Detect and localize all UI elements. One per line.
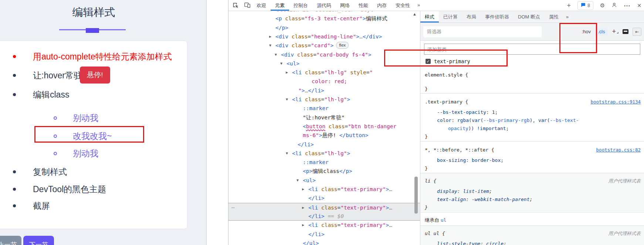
elements-tree-row[interactable]: ▼<li class="lh-lg"> <box>228 149 420 158</box>
style-rule-line[interactable]: ul ul {用户代理样式表 <box>420 230 644 237</box>
list-item-text: 复制样式 <box>33 166 67 178</box>
elements-tree-row[interactable]: ::marker <box>228 158 420 167</box>
style-rule-line[interactable]: li {用户代理样式表 <box>420 177 644 185</box>
styles-tab-已计算[interactable]: 已计算 <box>439 11 462 23</box>
style-rule-line[interactable]: } <box>420 85 644 93</box>
style-rule-line[interactable]: color: rgba(var(--bs-primary-rgb), var(-… <box>420 117 644 124</box>
style-rule-line[interactable]: 继承自 ul <box>420 217 644 224</box>
elements-tree-row[interactable]: ▶<li class="text-primary">… <box>228 185 420 194</box>
close-devtools-icon[interactable]: ✕ <box>637 3 641 8</box>
elements-tree-row[interactable]: ms-6">悬停! </button> <box>228 131 420 140</box>
styles-tab-样式[interactable]: 样式 <box>420 11 439 23</box>
new-rule-dropdown-triangle <box>617 32 618 34</box>
devtools-tab-性能[interactable]: 性能 <box>354 0 373 11</box>
collapse-arrow-icon[interactable]: ▼ <box>280 59 282 68</box>
style-rule-line[interactable]: display: list-item; <box>420 188 644 195</box>
elements-tree-row[interactable]: ::marker <box>228 104 420 113</box>
elements-tree-row[interactable]: ▶<div class="heading-line">…</div> <box>228 32 420 41</box>
collapse-arrow-icon[interactable]: ▼ <box>286 149 288 158</box>
collapse-arrow-icon[interactable]: ▼ <box>275 50 277 59</box>
elements-scrollbar-thumb[interactable] <box>414 177 418 214</box>
styles-tab-布局[interactable]: 布局 <box>462 11 481 23</box>
expand-arrow-icon[interactable]: ▶ <box>286 68 288 77</box>
style-rule-line[interactable]: } <box>420 133 644 140</box>
rendering-emulation-icon[interactable] <box>623 29 628 34</box>
style-rule-line[interactable]: } <box>420 204 644 211</box>
devtools-tab-控制台[interactable]: 控制台 <box>289 0 312 11</box>
style-rule-line[interactable]: opacity)) !important; <box>420 125 644 132</box>
elements-tree-row[interactable]: <button class="btn btn-danger <box>228 122 420 131</box>
elements-tree-row[interactable]: section id="section_four" styl <box>228 11 420 14</box>
elements-tree-row[interactable]: ▶<li class="lh-lg" style=" <box>228 68 420 77</box>
computed-sidebar-toggle-icon[interactable]: ⇤ <box>633 28 641 36</box>
elements-tree-row[interactable]: color: red; <box>228 77 420 86</box>
more-tabs-chevron[interactable]: » <box>414 0 423 11</box>
style-rule-line[interactable]: element.style { <box>420 71 644 79</box>
elements-tree-row[interactable]: </li> <box>228 230 420 239</box>
elements-tree-row[interactable]: ▼<li class="lh-lg"> <box>228 95 420 104</box>
devtools-toolbar-right: + 8 ⚙ ⋯ ✕ <box>567 0 641 11</box>
user-icon[interactable] <box>611 2 617 9</box>
hover-demo-button[interactable]: 悬停! <box>80 67 110 84</box>
collapse-arrow-icon[interactable]: ▼ <box>286 95 288 104</box>
inspect-element-icon[interactable] <box>232 2 239 8</box>
next-section-button[interactable]: 下一节 <box>23 236 54 245</box>
elements-tree-row[interactable]: ▼<div class="card">flex <box>228 41 420 50</box>
sub-list-item[interactable]: 别动我 <box>0 148 187 159</box>
rule-divider <box>420 93 644 93</box>
sub-list-item[interactable]: 别动我 <box>0 112 187 123</box>
elements-tree-row[interactable]: ">…</li> <box>228 86 420 95</box>
style-rule-line[interactable]: --bs-text-opacity: 1; <box>420 109 644 116</box>
elements-tree-row[interactable]: </p> <box>228 23 420 32</box>
issues-counter[interactable]: 8 <box>577 1 593 10</box>
styles-tab-属性[interactable]: 属性 <box>545 11 563 23</box>
kebab-menu-icon[interactable]: ⋯ <box>624 2 630 10</box>
expand-arrow-icon[interactable]: ▶ <box>302 221 304 229</box>
style-filter-input[interactable] <box>423 26 542 37</box>
collapse-arrow-icon[interactable]: ▼ <box>296 176 299 185</box>
page-title: 编辑样式 <box>0 5 187 20</box>
elements-tree-row[interactable]: <p class="fs-3 text-center">编辑样式 <box>228 14 420 23</box>
elements-tree-row[interactable]: </ul> <box>228 239 420 245</box>
style-rule-line[interactable]: text-align: -webkit-match-parent; <box>420 196 644 203</box>
stylesheet-source-link[interactable]: bootstrap.css:82 <box>596 146 641 154</box>
elements-tree-row[interactable]: ▶<li class="text-primary">… <box>228 221 420 229</box>
devtools-tab-内存[interactable]: 内存 <box>373 0 391 11</box>
plus-icon[interactable]: + <box>567 2 571 9</box>
prev-section-button[interactable]: 上一节 <box>0 236 21 245</box>
style-rule-line[interactable]: *, *::before, *::after {bootstrap.css:82 <box>420 146 644 154</box>
rule-divider <box>420 141 644 142</box>
style-rule-line[interactable]: box-sizing: border-box; <box>420 157 644 164</box>
elements-tree-row[interactable]: </li> == $0 <box>228 212 420 221</box>
settings-gear-icon[interactable]: ⚙ <box>600 2 605 9</box>
devtools-tab-网络[interactable]: 网络 <box>336 0 354 11</box>
scroll-up-arrow[interactable]: ▲ <box>413 12 417 16</box>
elements-tree-row[interactable]: </li> <box>228 140 420 149</box>
stylesheet-source-link[interactable]: bootstrap.css:9134 <box>591 98 641 106</box>
devtools-tab-安全性[interactable]: 安全性 <box>391 0 414 11</box>
new-style-rule-button[interactable]: + <box>612 28 616 35</box>
style-rule-line[interactable]: } <box>420 165 644 172</box>
style-rule-line[interactable]: list-style-type: circle; <box>420 240 644 245</box>
styles-more-tabs-chevron[interactable]: » <box>563 11 572 23</box>
device-toolbar-icon[interactable] <box>244 2 251 8</box>
elements-tree-row[interactable]: ▼<ul> <box>228 176 420 185</box>
expand-arrow-icon[interactable]: ▶ <box>302 185 304 194</box>
styles-tab-事件侦听器[interactable]: 事件侦听器 <box>481 11 513 23</box>
style-rule-line[interactable]: .text-primary {bootstrap.css:9134 <box>420 98 644 106</box>
elements-tree-row[interactable]: "让:hover常驻" <box>228 113 420 122</box>
list-item: DevTool的黑色主题 <box>0 184 187 195</box>
bullet-marker <box>13 55 16 58</box>
expand-arrow-icon[interactable]: ▶ <box>269 32 271 41</box>
expand-arrow-icon[interactable]: ▶ <box>302 203 304 212</box>
styles-tab-DOM 断点[interactable]: DOM 断点 <box>513 11 545 23</box>
elements-tree-row[interactable]: <p>编辑class</p> <box>228 167 420 176</box>
devtools-tab-源代码[interactable]: 源代码 <box>312 0 336 11</box>
list-item: 复制样式 <box>0 166 187 177</box>
devtools-tab-元素[interactable]: 元素 <box>271 0 289 11</box>
list-item-text: DevTool的黑色主题 <box>33 184 106 195</box>
devtools-tab-欢迎[interactable]: 欢迎 <box>252 0 271 11</box>
elements-tree-row[interactable]: ⋯▶<li class="text-primary">… <box>228 203 420 212</box>
collapse-arrow-icon[interactable]: ▼ <box>269 41 271 50</box>
elements-tree-row[interactable]: </li> <box>228 194 420 203</box>
